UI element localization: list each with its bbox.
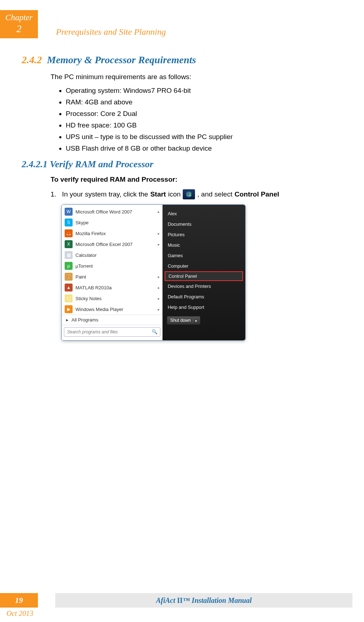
footer-title-c: ™ Installation Manual <box>183 596 252 604</box>
chapter-number: 2 <box>0 23 38 35</box>
subsection-heading: 2.4.2.1 Verify RAM and Processor <box>22 159 342 170</box>
app-icon: W <box>65 208 73 216</box>
start-menu-left-pane: WMicrosoft Office Word 2007▸SSkype🦊Mozil… <box>62 205 162 340</box>
app-label: Microsoft Office Excel 2007 <box>75 242 133 247</box>
app-label: Paint <box>75 274 86 280</box>
app-label: Windows Media Player <box>75 307 123 312</box>
req-item: UPS unit – type is to be discussed with … <box>66 133 342 141</box>
start-menu-right-item[interactable]: Help and Support <box>162 302 245 312</box>
start-menu-right-item[interactable]: Music <box>162 240 245 250</box>
svg-rect-4 <box>189 195 191 196</box>
app-icon: ▲ <box>65 284 73 291</box>
app-icon: X <box>65 240 73 248</box>
req-item: RAM: 4GB and above <box>66 98 342 106</box>
start-menu-right-item[interactable]: Games <box>162 250 245 261</box>
app-icon: ▢ <box>65 294 73 302</box>
step-text-controlpanel: Control Panel <box>234 190 279 198</box>
subsection-lead: To verify required RAM and Processor: <box>51 176 342 183</box>
req-item: HD free space: 100 GB <box>66 121 342 129</box>
step-1: 1. In your system tray, click the Start … <box>51 189 342 199</box>
app-icon: S <box>65 219 73 226</box>
shutdown-button[interactable]: Shut down ▸ <box>167 316 200 325</box>
chevron-right-icon: ▸ <box>193 319 197 323</box>
subsection-number: 2.4.2.1 <box>22 159 48 169</box>
chevron-right-icon: ▸ <box>158 286 160 290</box>
footer-title: AfiAct II™ Installation Manual <box>55 593 352 608</box>
svg-rect-2 <box>189 193 191 194</box>
svg-point-0 <box>186 191 192 198</box>
step-number: 1. <box>51 190 56 198</box>
app-label: Mozilla Firefox <box>75 231 106 236</box>
page-footer: 19 AfiAct II™ Installation Manual Oct 20… <box>0 593 364 608</box>
section-number: 2.4.2 <box>22 54 42 66</box>
shutdown-label: Shut down <box>170 318 191 323</box>
app-label: Microsoft Office Word 2007 <box>75 209 132 215</box>
all-programs[interactable]: ▸ All Programs <box>62 315 162 325</box>
app-label: MATLAB R2010a <box>75 285 112 290</box>
chevron-right-icon: ▸ <box>158 297 160 301</box>
app-icon: µ <box>65 262 73 270</box>
chapter-title: Prerequisites and Site Planning <box>56 27 166 37</box>
footer-date: Oct 2013 <box>6 609 33 618</box>
chevron-right-icon: ▸ <box>66 317 69 323</box>
chevron-right-icon: ▸ <box>158 242 160 246</box>
start-menu-app-item[interactable]: ▢Sticky Notes▸ <box>62 293 162 304</box>
app-icon: ▦ <box>65 251 73 259</box>
chevron-right-icon: ▸ <box>158 307 160 311</box>
app-icon: 🦊 <box>65 229 73 237</box>
start-menu-right-item-control-panel[interactable]: Control Panel <box>165 271 243 281</box>
chevron-right-icon: ▸ <box>158 275 160 279</box>
svg-rect-3 <box>187 195 188 196</box>
start-menu-app-item[interactable]: ▲MATLAB R2010a▸ <box>62 282 162 293</box>
search-icon: 🔍 <box>152 329 157 334</box>
chevron-right-icon: ▸ <box>158 232 160 236</box>
requirements-list: Operating system: Windows7 PRO 64-bit RA… <box>66 87 342 152</box>
app-label: Calculator <box>75 252 97 258</box>
start-menu-screenshot: WMicrosoft Office Word 2007▸SSkype🦊Mozil… <box>61 204 246 341</box>
start-menu-app-item[interactable]: µµTorrent <box>62 260 162 271</box>
start-menu-app-item[interactable]: SSkype <box>62 217 162 228</box>
page-number: 19 <box>0 593 38 608</box>
svg-rect-1 <box>187 193 188 194</box>
app-icon: 🎨 <box>65 273 73 281</box>
chapter-label: Chapter <box>5 13 32 22</box>
app-icon: ▶ <box>65 305 73 313</box>
start-menu-app-item[interactable]: XMicrosoft Office Excel 2007▸ <box>62 239 162 250</box>
start-menu-app-item[interactable]: ▶Windows Media Player▸ <box>62 304 162 315</box>
req-item: USB Flash drive of 8 GB or other backup … <box>66 144 342 152</box>
start-menu-right-item[interactable]: Alex <box>162 208 245 219</box>
section-intro: The PC minimum requirements are as follo… <box>51 73 342 81</box>
start-menu-right-item[interactable]: Devices and Printers <box>162 281 245 291</box>
app-label: µTorrent <box>75 263 93 269</box>
step-text-a: In your system tray, click the <box>62 190 148 198</box>
start-menu-app-item[interactable]: 🦊Mozilla Firefox▸ <box>62 228 162 239</box>
step-text-start: Start <box>150 190 166 198</box>
chapter-badge: Chapter 2 <box>0 10 38 38</box>
app-label: Skype <box>75 220 88 225</box>
start-menu-right-pane: AlexDocumentsPicturesMusicGamesComputerC… <box>162 205 245 340</box>
search-row: 🔍 <box>62 325 162 339</box>
start-menu-right-item[interactable]: Computer <box>162 261 245 271</box>
step-text-c: icon <box>168 190 181 198</box>
page-content: 2.4.2 Memory & Processor Requirements Th… <box>22 54 342 341</box>
chevron-right-icon: ▸ <box>158 210 160 214</box>
search-input[interactable] <box>64 327 160 337</box>
subsection-title: Verify RAM and Processor <box>50 159 153 169</box>
start-menu-app-item[interactable]: ▦Calculator <box>62 250 162 260</box>
footer-title-a: AfiAct <box>156 596 177 604</box>
section-title: Memory & Processor Requirements <box>47 54 196 66</box>
windows-start-icon <box>183 189 195 199</box>
req-item: Processor: Core 2 Dual <box>66 110 342 118</box>
req-item: Operating system: Windows7 PRO 64-bit <box>66 87 342 95</box>
start-menu-app-item[interactable]: 🎨Paint▸ <box>62 271 162 282</box>
start-menu-right-item[interactable]: Documents <box>162 219 245 229</box>
start-menu-app-item[interactable]: WMicrosoft Office Word 2007▸ <box>62 206 162 217</box>
step-text-d: , and select <box>197 190 232 198</box>
start-menu-right-item[interactable]: Pictures <box>162 229 245 240</box>
start-menu-right-item[interactable]: Default Programs <box>162 291 245 302</box>
all-programs-label: All Programs <box>72 317 98 323</box>
section-heading: 2.4.2 Memory & Processor Requirements <box>22 54 342 66</box>
footer-title-b: II <box>177 596 183 604</box>
app-label: Sticky Notes <box>75 296 101 301</box>
